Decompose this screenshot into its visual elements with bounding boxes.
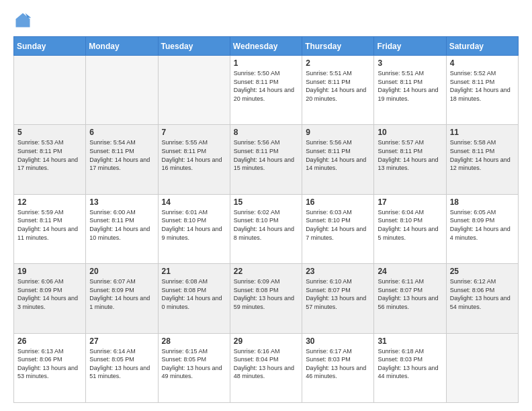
calendar-cell: 15Sunrise: 6:02 AM Sunset: 8:10 PM Dayli… [230, 194, 302, 263]
day-info: Sunrise: 5:54 AM Sunset: 8:11 PM Dayligh… [89, 138, 154, 172]
day-number: 1 [234, 58, 298, 68]
day-number: 8 [234, 128, 298, 137]
day-info: Sunrise: 6:13 AM Sunset: 8:06 PM Dayligh… [17, 347, 82, 381]
day-info: Sunrise: 5:56 AM Sunset: 8:11 PM Dayligh… [234, 138, 298, 172]
day-number: 14 [162, 197, 226, 207]
weekday-header: Saturday [446, 37, 518, 56]
day-info: Sunrise: 6:03 AM Sunset: 8:10 PM Dayligh… [306, 208, 370, 242]
day-number: 27 [89, 336, 154, 346]
page: SundayMondayTuesdayWednesdayThursdayFrid… [0, 0, 532, 411]
calendar-week-row: 1Sunrise: 5:50 AM Sunset: 8:11 PM Daylig… [14, 56, 519, 125]
day-number: 26 [17, 336, 82, 346]
calendar-cell: 31Sunrise: 6:18 AM Sunset: 8:03 PM Dayli… [374, 333, 446, 402]
calendar-cell: 19Sunrise: 6:06 AM Sunset: 8:09 PM Dayli… [14, 264, 86, 333]
day-number: 7 [162, 128, 226, 137]
calendar-cell [158, 56, 230, 125]
calendar-cell: 13Sunrise: 6:00 AM Sunset: 8:11 PM Dayli… [86, 194, 158, 263]
calendar-cell: 11Sunrise: 5:58 AM Sunset: 8:11 PM Dayli… [446, 125, 518, 194]
calendar-cell: 29Sunrise: 6:16 AM Sunset: 8:04 PM Dayli… [230, 333, 302, 402]
day-info: Sunrise: 5:51 AM Sunset: 8:11 PM Dayligh… [306, 69, 370, 103]
day-number: 5 [17, 128, 82, 137]
calendar-cell: 14Sunrise: 6:01 AM Sunset: 8:10 PM Dayli… [158, 194, 230, 263]
calendar-cell: 24Sunrise: 6:11 AM Sunset: 8:07 PM Dayli… [374, 264, 446, 333]
weekday-header: Tuesday [158, 37, 230, 56]
day-info: Sunrise: 6:06 AM Sunset: 8:09 PM Dayligh… [17, 277, 82, 311]
calendar-cell: 22Sunrise: 6:09 AM Sunset: 8:08 PM Dayli… [230, 264, 302, 333]
calendar-cell: 28Sunrise: 6:15 AM Sunset: 8:05 PM Dayli… [158, 333, 230, 402]
calendar-week-row: 5Sunrise: 5:53 AM Sunset: 8:11 PM Daylig… [14, 125, 519, 194]
day-info: Sunrise: 6:04 AM Sunset: 8:10 PM Dayligh… [378, 208, 442, 242]
calendar-cell: 9Sunrise: 5:56 AM Sunset: 8:11 PM Daylig… [302, 125, 374, 194]
day-info: Sunrise: 6:17 AM Sunset: 8:03 PM Dayligh… [306, 347, 370, 381]
weekday-header: Monday [86, 37, 158, 56]
calendar-cell: 3Sunrise: 5:51 AM Sunset: 8:11 PM Daylig… [374, 56, 446, 125]
day-info: Sunrise: 5:58 AM Sunset: 8:11 PM Dayligh… [450, 138, 515, 172]
day-info: Sunrise: 6:00 AM Sunset: 8:11 PM Dayligh… [89, 208, 154, 242]
day-info: Sunrise: 6:14 AM Sunset: 8:05 PM Dayligh… [89, 347, 154, 381]
calendar-cell: 26Sunrise: 6:13 AM Sunset: 8:06 PM Dayli… [14, 333, 86, 402]
calendar-cell: 16Sunrise: 6:03 AM Sunset: 8:10 PM Dayli… [302, 194, 374, 263]
calendar-cell: 23Sunrise: 6:10 AM Sunset: 8:07 PM Dayli… [302, 264, 374, 333]
calendar-cell: 8Sunrise: 5:56 AM Sunset: 8:11 PM Daylig… [230, 125, 302, 194]
day-info: Sunrise: 6:11 AM Sunset: 8:07 PM Dayligh… [378, 277, 442, 311]
day-number: 19 [17, 267, 82, 276]
calendar-cell: 2Sunrise: 5:51 AM Sunset: 8:11 PM Daylig… [302, 56, 374, 125]
day-info: Sunrise: 5:50 AM Sunset: 8:11 PM Dayligh… [234, 69, 298, 103]
calendar-cell [86, 56, 158, 125]
calendar: SundayMondayTuesdayWednesdayThursdayFrid… [13, 36, 519, 403]
day-info: Sunrise: 5:57 AM Sunset: 8:11 PM Dayligh… [378, 138, 442, 172]
day-info: Sunrise: 6:15 AM Sunset: 8:05 PM Dayligh… [162, 347, 226, 381]
calendar-cell: 17Sunrise: 6:04 AM Sunset: 8:10 PM Dayli… [374, 194, 446, 263]
day-number: 23 [306, 267, 370, 276]
logo-icon [13, 11, 32, 30]
day-info: Sunrise: 6:16 AM Sunset: 8:04 PM Dayligh… [234, 347, 298, 381]
calendar-cell: 7Sunrise: 5:55 AM Sunset: 8:11 PM Daylig… [158, 125, 230, 194]
day-number: 24 [378, 267, 442, 276]
day-info: Sunrise: 5:59 AM Sunset: 8:11 PM Dayligh… [17, 208, 82, 242]
calendar-cell: 10Sunrise: 5:57 AM Sunset: 8:11 PM Dayli… [374, 125, 446, 194]
day-number: 16 [306, 197, 370, 207]
weekday-header: Friday [374, 37, 446, 56]
day-info: Sunrise: 6:10 AM Sunset: 8:07 PM Dayligh… [306, 277, 370, 311]
day-number: 25 [450, 267, 515, 276]
calendar-cell: 18Sunrise: 6:05 AM Sunset: 8:09 PM Dayli… [446, 194, 518, 263]
weekday-header: Thursday [302, 37, 374, 56]
calendar-cell [14, 56, 86, 125]
day-number: 15 [234, 197, 298, 207]
day-number: 9 [306, 128, 370, 137]
day-info: Sunrise: 6:18 AM Sunset: 8:03 PM Dayligh… [378, 347, 442, 381]
day-info: Sunrise: 6:09 AM Sunset: 8:08 PM Dayligh… [234, 277, 298, 311]
day-number: 6 [89, 128, 154, 137]
calendar-week-row: 19Sunrise: 6:06 AM Sunset: 8:09 PM Dayli… [14, 264, 519, 333]
calendar-cell [446, 333, 518, 402]
day-number: 11 [450, 128, 515, 137]
calendar-cell: 27Sunrise: 6:14 AM Sunset: 8:05 PM Dayli… [86, 333, 158, 402]
day-number: 4 [450, 58, 515, 68]
calendar-cell: 1Sunrise: 5:50 AM Sunset: 8:11 PM Daylig… [230, 56, 302, 125]
day-info: Sunrise: 5:52 AM Sunset: 8:11 PM Dayligh… [450, 69, 515, 103]
calendar-cell: 25Sunrise: 6:12 AM Sunset: 8:06 PM Dayli… [446, 264, 518, 333]
day-number: 30 [306, 336, 370, 346]
weekday-header-row: SundayMondayTuesdayWednesdayThursdayFrid… [14, 37, 519, 56]
calendar-cell: 4Sunrise: 5:52 AM Sunset: 8:11 PM Daylig… [446, 56, 518, 125]
day-info: Sunrise: 5:55 AM Sunset: 8:11 PM Dayligh… [162, 138, 226, 172]
day-info: Sunrise: 5:53 AM Sunset: 8:11 PM Dayligh… [17, 138, 82, 172]
day-number: 18 [450, 197, 515, 207]
day-number: 13 [89, 197, 154, 207]
day-number: 22 [234, 267, 298, 276]
day-number: 12 [17, 197, 82, 207]
day-number: 20 [89, 267, 154, 276]
day-number: 31 [378, 336, 442, 346]
calendar-week-row: 12Sunrise: 5:59 AM Sunset: 8:11 PM Dayli… [14, 194, 519, 263]
logo [13, 11, 35, 30]
day-number: 3 [378, 58, 442, 68]
day-info: Sunrise: 6:01 AM Sunset: 8:10 PM Dayligh… [162, 208, 226, 242]
day-info: Sunrise: 5:51 AM Sunset: 8:11 PM Dayligh… [378, 69, 442, 103]
weekday-header: Wednesday [230, 37, 302, 56]
calendar-cell: 5Sunrise: 5:53 AM Sunset: 8:11 PM Daylig… [14, 125, 86, 194]
day-number: 29 [234, 336, 298, 346]
calendar-cell: 20Sunrise: 6:07 AM Sunset: 8:09 PM Dayli… [86, 264, 158, 333]
day-number: 17 [378, 197, 442, 207]
day-info: Sunrise: 6:02 AM Sunset: 8:10 PM Dayligh… [234, 208, 298, 242]
calendar-week-row: 26Sunrise: 6:13 AM Sunset: 8:06 PM Dayli… [14, 333, 519, 402]
